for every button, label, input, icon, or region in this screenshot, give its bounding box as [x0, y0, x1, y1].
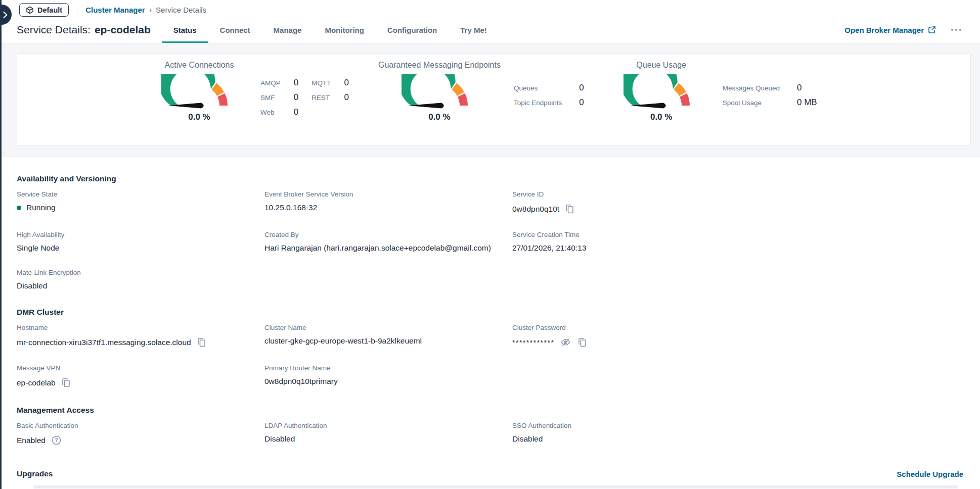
gauge-title: Active Connections: [165, 61, 234, 70]
stat-value: 0: [294, 107, 298, 117]
field-creation-time: Service Creation Time 27/01/2026, 21:40:…: [512, 231, 760, 253]
field-label: Service ID: [512, 190, 760, 198]
copy-message-vpn-button[interactable]: [61, 377, 71, 388]
open-broker-manager-label: Open Broker Manager: [844, 26, 924, 34]
open-broker-manager-link[interactable]: Open Broker Manager: [844, 26, 936, 34]
gauge-stats: Queues 0 Topic Endpoints 0: [514, 83, 584, 108]
copy-hostname-button[interactable]: [196, 336, 207, 348]
metrics-band: Active Connections 0.0 % AMQP 0 MQTT 0 S…: [0, 43, 980, 157]
collapsed-sidebar-edge: [0, 0, 2, 489]
field-label: Mate-Link Encryption: [17, 269, 264, 276]
tab-connect[interactable]: Connect: [208, 17, 262, 43]
field-value: ep-codelab: [17, 378, 56, 387]
field-label: Created By: [264, 231, 512, 238]
breadcrumb: Cluster Manager › Service Details: [85, 6, 206, 14]
tab-configuration[interactable]: Configuration: [376, 17, 449, 43]
copy-icon: [578, 337, 587, 347]
schedule-upgrade-link[interactable]: Schedule Upgrade: [897, 470, 963, 478]
gauge-block: Queue Usage 0.0 %: [613, 61, 709, 122]
field-label: Service Creation Time: [512, 231, 760, 238]
stat-value: 0: [294, 92, 298, 103]
page-header: Default Cluster Manager › Service Detail…: [0, 0, 980, 43]
tab-try-me[interactable]: Try Me!: [449, 17, 499, 43]
field-label: Message VPN: [17, 364, 264, 372]
field-message-vpn: Message VPN ep-codelab: [17, 364, 264, 388]
stat-label: Web: [260, 109, 281, 116]
external-link-icon: [928, 26, 936, 34]
tab-bar: Status Connect Manage Monitoring Configu…: [162, 17, 499, 43]
masked-password: ************: [512, 338, 554, 347]
field-value: Disabled: [512, 434, 543, 444]
breadcrumb-cluster-manager[interactable]: Cluster Manager: [85, 6, 145, 14]
tab-monitoring[interactable]: Monitoring: [313, 17, 375, 43]
workspace-badge[interactable]: Default: [19, 3, 69, 17]
field-service-id: Service ID 0w8dpn0q10t: [512, 190, 760, 215]
field-label: Event Broker Service Version: [264, 190, 512, 198]
gauge-active-connections: Active Connections 0.0 % AMQP 0 MQTT 0 S…: [151, 61, 349, 122]
page-title: Service Details: ep-codelab: [17, 17, 151, 43]
more-menu-button[interactable]: [950, 26, 962, 34]
stat-value: 0: [344, 92, 348, 103]
service-name: ep-codelab: [95, 24, 151, 36]
gauge-block: Guaranteed Messaging Endpoints 0.0 %: [378, 61, 501, 122]
gauge-title: Queue Usage: [636, 61, 686, 70]
copy-icon: [62, 378, 70, 387]
header-actions: Open Broker Manager: [844, 17, 980, 43]
breadcrumb-separator: ›: [149, 6, 152, 14]
field-label: Cluster Name: [264, 324, 512, 331]
field-label: Service State: [17, 190, 264, 198]
field-label: Primary Router Name: [264, 364, 512, 372]
gauge-queue-usage: Queue Usage 0.0 % Messages Queued 0 Spoo…: [613, 61, 817, 122]
gauge-stats: AMQP 0 MQTT 0 SMF 0 REST 0 Web 0: [260, 78, 349, 117]
stat-value: 0: [294, 78, 298, 88]
basic-auth-help-button[interactable]: ?: [51, 434, 62, 446]
gauge-guaranteed-messaging-endpoints: Guaranteed Messaging Endpoints 0.0 % Que…: [378, 61, 584, 122]
field-value: Disabled: [264, 434, 295, 444]
copy-password-button[interactable]: [577, 336, 588, 348]
field-label: SSO Authentication: [512, 422, 760, 429]
copy-icon: [565, 204, 574, 214]
field-value: 0w8dpn0q10t: [512, 205, 559, 214]
gauge-percent: 0.0 %: [428, 112, 450, 122]
tab-label: Try Me!: [460, 26, 487, 34]
stat-value: 0: [579, 97, 584, 108]
field-high-availability: High Availability Single Node: [17, 231, 264, 253]
tab-label: Connect: [220, 26, 250, 34]
gauge-title: Guaranteed Messaging Endpoints: [378, 61, 501, 70]
tab-status[interactable]: Status: [162, 17, 208, 43]
gauge-chart: [402, 74, 477, 110]
details-content: Availability and Versioning Service Stat…: [0, 174, 980, 488]
field-value: Enabled: [17, 436, 46, 445]
dmr-grid: Hostname mr-connection-xiru3i37tf1.messa…: [17, 324, 963, 388]
field-value: cluster-gke-gcp-europe-west1-b-9a2klkeue…: [264, 336, 422, 346]
chevron-right-icon: [3, 11, 8, 19]
management-grid: Basic Authentication Enabled ? LDAP Aut: [17, 422, 963, 446]
gauge-chart: [161, 74, 237, 110]
gauge-percent: 0.0 %: [650, 112, 672, 122]
running-status-dot: [17, 206, 21, 210]
stat-label: AMQP: [260, 79, 281, 87]
tab-label: Manage: [274, 26, 302, 34]
breadcrumb-row: Default Cluster Manager › Service Detail…: [0, 0, 980, 17]
reveal-password-button[interactable]: [559, 336, 572, 348]
field-value: Hari Rangarajan (hari.rangarajan.solace+…: [264, 243, 491, 253]
field-ldap-authentication: LDAP Authentication Disabled: [264, 422, 512, 446]
stat-label: Spool Usage: [723, 99, 780, 107]
field-value: Single Node: [17, 243, 59, 253]
section-title-dmr-cluster: DMR Cluster: [17, 308, 963, 317]
field-broker-version: Event Broker Service Version 10.25.0.168…: [264, 190, 512, 215]
workspace-badge-label: Default: [37, 6, 62, 14]
divider: [77, 4, 77, 17]
field-value: 0w8dpn0q10tprimary: [264, 377, 338, 386]
tab-manage[interactable]: Manage: [262, 17, 314, 43]
cube-icon: [26, 6, 34, 14]
field-primary-router-name: Primary Router Name 0w8dpn0q10tprimary: [264, 364, 512, 388]
copy-service-id-button[interactable]: [564, 203, 575, 215]
copy-icon: [197, 337, 206, 347]
section-title-availability: Availability and Versioning: [17, 174, 963, 183]
stat-label: Topic Endpoints: [514, 99, 562, 107]
field-cluster-password: Cluster Password ************: [512, 324, 760, 348]
field-basic-authentication: Basic Authentication Enabled ?: [17, 422, 264, 446]
breadcrumb-current: Service Details: [156, 6, 206, 14]
tab-label: Status: [173, 26, 197, 34]
